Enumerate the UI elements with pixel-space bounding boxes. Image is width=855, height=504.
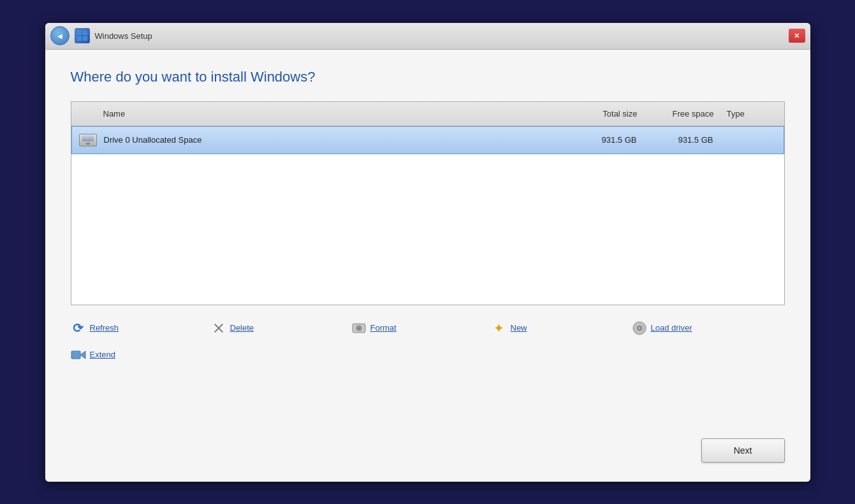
col-header-freespace: Free space [650,108,727,119]
extend-label[interactable]: Extend [90,350,115,359]
back-button[interactable] [50,26,69,45]
bottom-section: Next [71,426,785,463]
svg-rect-10 [71,351,80,359]
title-bar: Windows Setup ✕ [45,23,810,50]
col-header-name: Name [78,108,574,119]
content-area: Where do you want to install Windows? Na… [45,50,810,482]
col-header-type: Type [727,108,778,119]
extend-icon [71,347,86,363]
table-body: Drive 0 Unallocated Space 931.5 GB 931.5… [71,126,784,305]
svg-point-6 [358,327,360,329]
load-driver-icon [632,320,647,336]
close-button[interactable]: ✕ [789,29,805,43]
svg-rect-2 [77,36,82,41]
svg-rect-0 [77,31,82,35]
drive-name: Drive 0 Unallocated Space [104,135,573,145]
setup-window: Windows Setup ✕ Where do you want to ins… [45,23,810,482]
delete-icon [211,320,226,336]
format-label[interactable]: Format [370,323,397,333]
drive-total-size: 931.5 GB [573,135,650,145]
title-bar-left: Windows Setup [50,26,789,45]
next-button[interactable]: Next [701,438,785,463]
svg-rect-1 [83,31,87,35]
svg-point-9 [638,327,640,329]
windows-icon [75,28,90,43]
table-header: Name Total size Free space Type [71,102,784,126]
hdd-icon [79,134,97,147]
drive-free-space: 931.5 GB [650,135,726,145]
page-title: Where do you want to install Windows? [71,69,785,85]
drive-icon [78,131,98,150]
new-label[interactable]: New [511,323,527,333]
refresh-label[interactable]: Refresh [90,323,119,333]
table-row[interactable]: Drive 0 Unallocated Space 931.5 GB 931.5… [71,126,784,154]
format-tool[interactable]: Format [351,318,492,338]
new-tool[interactable]: ✦ New [492,318,632,338]
refresh-tool[interactable]: ⟳ Refresh [71,318,211,338]
format-icon [351,320,367,336]
refresh-icon: ⟳ [71,320,86,336]
delete-label[interactable]: Delete [230,323,254,333]
new-icon: ✦ [492,320,507,336]
drive-table: Name Total size Free space Type Drive 0 [71,101,785,305]
extend-tool[interactable]: Extend [71,345,211,365]
tools-section: ⟳ Refresh Delete Format [71,318,785,365]
delete-tool[interactable]: Delete [211,318,351,338]
window-title: Windows Setup [95,31,152,41]
load-driver-tool[interactable]: Load driver [632,318,772,338]
svg-rect-3 [83,36,87,41]
col-header-totalsize: Total size [574,108,650,119]
load-driver-label[interactable]: Load driver [651,323,692,333]
